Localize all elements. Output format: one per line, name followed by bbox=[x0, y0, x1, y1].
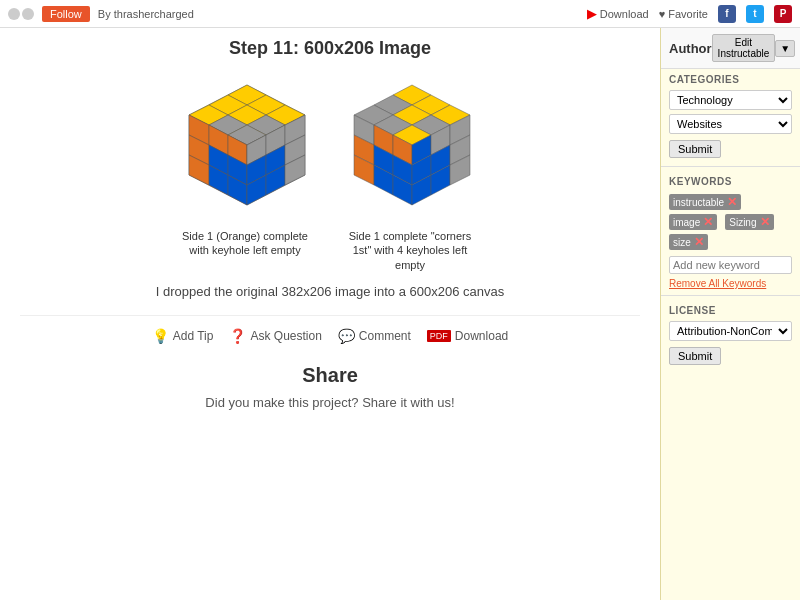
keyword-remove-icon[interactable]: ✕ bbox=[703, 215, 713, 229]
heart-icon: ♥ bbox=[659, 8, 666, 20]
share-title: Share bbox=[20, 364, 640, 387]
action-bar: 💡 Add Tip ❓ Ask Question 💬 Comment PDF D… bbox=[20, 315, 640, 344]
license-select[interactable]: Attribution-NonCommercial-Share/ bbox=[669, 321, 792, 341]
facebook-icon[interactable]: f bbox=[718, 5, 736, 23]
step-description: I dropped the original 382x206 image int… bbox=[20, 284, 640, 299]
youtube-icon: ▶ bbox=[587, 6, 597, 21]
share-subtitle: Did you make this project? Share it with… bbox=[20, 395, 640, 410]
download-icon: PDF bbox=[427, 330, 451, 342]
ask-question-icon: ❓ bbox=[229, 328, 246, 344]
remove-all-keywords-link[interactable]: Remove All Keywords bbox=[661, 276, 800, 291]
comment-icon: 💬 bbox=[338, 328, 355, 344]
cube-image-1 bbox=[175, 75, 320, 220]
author-sidebar: Author Edit Instructable ▼ CATEGORIES Te… bbox=[660, 28, 800, 600]
logo bbox=[8, 8, 34, 20]
categories-submit-button[interactable]: Submit bbox=[669, 140, 721, 158]
pinterest-icon[interactable]: P bbox=[774, 5, 792, 23]
keyword-tag: Sizing✕ bbox=[725, 214, 773, 230]
keyword-remove-icon[interactable]: ✕ bbox=[727, 195, 737, 209]
share-section: Share Did you make this project? Share i… bbox=[20, 364, 640, 410]
download-action-bar[interactable]: PDF Download bbox=[427, 329, 508, 343]
keyword-remove-icon[interactable]: ✕ bbox=[694, 235, 704, 249]
cube-image-2 bbox=[340, 75, 485, 220]
add-tip-icon: 💡 bbox=[152, 328, 169, 344]
add-tip-action[interactable]: 💡 Add Tip bbox=[152, 328, 214, 344]
keyword-remove-icon[interactable]: ✕ bbox=[760, 215, 770, 229]
sidebar-header: Author Edit Instructable ▼ bbox=[661, 28, 800, 69]
add-keyword-input[interactable] bbox=[669, 256, 792, 274]
follow-button[interactable]: Follow bbox=[42, 6, 90, 22]
category1-select[interactable]: Technology bbox=[669, 90, 792, 110]
images-row: Side 1 (Orange) complete with keyhole le… bbox=[20, 75, 640, 272]
image-block-1: Side 1 (Orange) complete with keyhole le… bbox=[175, 75, 320, 272]
topbar: Follow By thrashercharged ▶ Download ♥ F… bbox=[0, 0, 800, 28]
keyword-tag: size✕ bbox=[669, 234, 708, 250]
twitter-icon[interactable]: t bbox=[746, 5, 764, 23]
keyword-tag: instructable✕ bbox=[669, 194, 741, 210]
main-layout: Step 11: 600x206 Image bbox=[0, 28, 800, 600]
keywords-label: KEYWORDS bbox=[661, 171, 800, 190]
author-byline: By thrashercharged bbox=[98, 8, 194, 20]
license-submit-button[interactable]: Submit bbox=[669, 347, 721, 365]
keywords-area: instructable✕image✕Sizing✕size✕ bbox=[661, 190, 800, 254]
favorite-action[interactable]: ♥ Favorite bbox=[659, 8, 708, 20]
category2-select[interactable]: Websites bbox=[669, 114, 792, 134]
comment-action[interactable]: 💬 Comment bbox=[338, 328, 411, 344]
step-title: Step 11: 600x206 Image bbox=[20, 38, 640, 59]
edit-instructable-button[interactable]: Edit Instructable bbox=[712, 34, 776, 62]
ask-question-action[interactable]: ❓ Ask Question bbox=[229, 328, 321, 344]
content-area: Step 11: 600x206 Image bbox=[0, 28, 660, 600]
topbar-right: ▶ Download ♥ Favorite f t P bbox=[587, 5, 792, 23]
image-block-2: Side 1 complete "corners 1st" with 4 key… bbox=[340, 75, 485, 272]
categories-label: CATEGORIES bbox=[661, 69, 800, 88]
author-label: Author bbox=[669, 41, 712, 56]
license-label: LICENSE bbox=[661, 300, 800, 319]
keyword-tag: image✕ bbox=[669, 214, 717, 230]
image-caption-1: Side 1 (Orange) complete with keyhole le… bbox=[175, 229, 315, 258]
chevron-button[interactable]: ▼ bbox=[775, 40, 795, 57]
download-action[interactable]: ▶ Download bbox=[587, 6, 649, 21]
image-caption-2: Side 1 complete "corners 1st" with 4 key… bbox=[340, 229, 480, 272]
